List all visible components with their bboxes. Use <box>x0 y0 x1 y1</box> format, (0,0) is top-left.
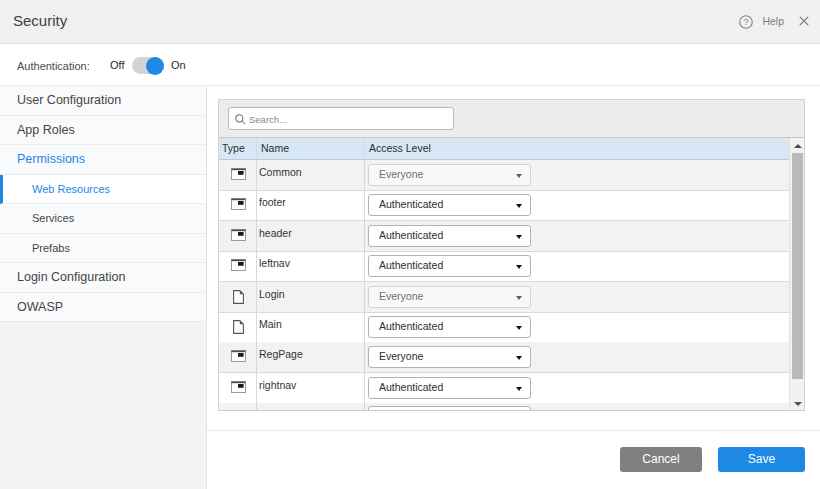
svg-text:?: ? <box>743 16 748 27</box>
